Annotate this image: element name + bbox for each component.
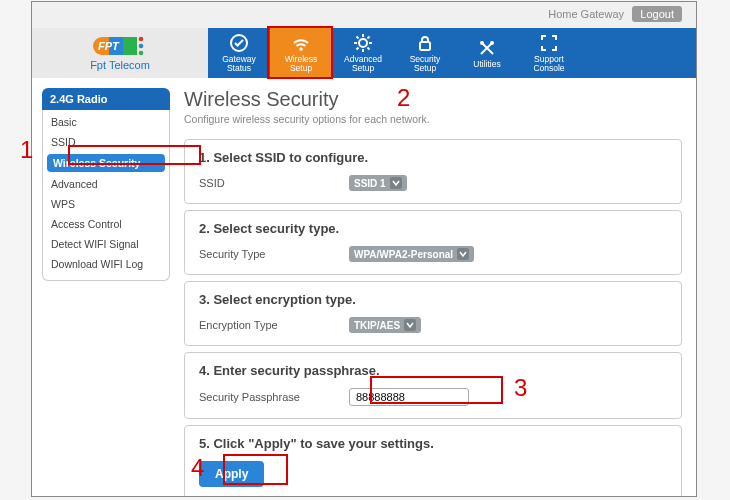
- nav-wireless-setup[interactable]: WirelessSetup: [270, 28, 332, 78]
- chevron-down-icon: [457, 248, 469, 260]
- section-title: 4. Enter security passphrase.: [199, 363, 667, 378]
- sidebar-item-access-control[interactable]: Access Control: [43, 214, 169, 234]
- header-banner: FPT Fpt Telecom GatewayStatus WirelessSe…: [32, 28, 696, 78]
- svg-line-15: [357, 37, 359, 39]
- nav-label: SupportConsole: [533, 55, 564, 73]
- svg-point-5: [139, 37, 144, 42]
- security-type-select[interactable]: WPA/WPA2-Personal: [349, 246, 474, 262]
- logout-button[interactable]: Logout: [632, 6, 682, 22]
- topbar: Home Gateway Logout: [32, 2, 696, 28]
- check-circle-icon: [229, 33, 249, 53]
- ssid-value: SSID 1: [354, 178, 386, 189]
- section-apply: 5. Click "Apply" to save your settings. …: [184, 425, 682, 497]
- passphrase-input[interactable]: [349, 388, 469, 406]
- nav-label: AdvancedSetup: [344, 55, 382, 73]
- passphrase-label: Security Passphrase: [199, 391, 349, 403]
- nav-gateway-status[interactable]: GatewayStatus: [208, 28, 270, 78]
- encryption-type-select[interactable]: TKIP/AES: [349, 317, 421, 333]
- svg-point-23: [490, 41, 494, 45]
- gear-icon: [353, 33, 373, 53]
- nav-label: SecuritySetup: [410, 55, 441, 73]
- sidebar-item-ssid[interactable]: SSID: [43, 132, 169, 152]
- section-passphrase: 4. Enter security passphrase. Security P…: [184, 352, 682, 419]
- fullscreen-icon: [539, 33, 559, 53]
- svg-rect-19: [420, 42, 430, 50]
- encryption-type-value: TKIP/AES: [354, 320, 400, 331]
- sidebar-item-wireless-security[interactable]: Wireless Security: [47, 154, 165, 172]
- encryption-type-label: Encryption Type: [199, 319, 349, 331]
- sidebar-body: Basic SSID Wireless Security Advanced WP…: [42, 110, 170, 281]
- nav-security-setup[interactable]: SecuritySetup: [394, 28, 456, 78]
- lock-icon: [415, 33, 435, 53]
- brand-text: Fpt Telecom: [90, 59, 150, 71]
- svg-line-16: [368, 48, 370, 50]
- security-type-value: WPA/WPA2-Personal: [354, 249, 453, 260]
- section-ssid: 1. Select SSID to configure. SSID SSID 1: [184, 139, 682, 204]
- app-frame: Home Gateway Logout FPT Fpt Telecom: [31, 1, 697, 497]
- sidebar-item-wps[interactable]: WPS: [43, 194, 169, 214]
- sections: 1. Select SSID to configure. SSID SSID 1…: [184, 139, 682, 497]
- ssid-label: SSID: [199, 177, 349, 189]
- svg-point-7: [139, 51, 144, 56]
- sidebar-item-basic[interactable]: Basic: [43, 112, 169, 132]
- section-title: 2. Select security type.: [199, 221, 667, 236]
- svg-line-17: [368, 37, 370, 39]
- nav-advanced-setup[interactable]: AdvancedSetup: [332, 28, 394, 78]
- chevron-down-icon: [404, 319, 416, 331]
- logo-area: FPT Fpt Telecom: [32, 28, 208, 78]
- main-panel: Wireless Security Configure wireless sec…: [184, 88, 682, 497]
- sidebar-heading: 2.4G Radio: [42, 88, 170, 110]
- home-gateway-link[interactable]: Home Gateway: [548, 8, 624, 20]
- ssid-select[interactable]: SSID 1: [349, 175, 407, 191]
- svg-point-9: [299, 47, 303, 51]
- section-title: 5. Click "Apply" to save your settings.: [199, 436, 667, 451]
- svg-rect-3: [123, 37, 137, 55]
- main-nav: GatewayStatus WirelessSetup AdvancedSetu…: [208, 28, 696, 78]
- svg-point-22: [480, 41, 484, 45]
- wifi-icon: [291, 33, 311, 53]
- svg-line-18: [357, 48, 359, 50]
- section-encryption: 3. Select encryption type. Encryption Ty…: [184, 281, 682, 346]
- chevron-down-icon: [390, 177, 402, 189]
- sidebar-item-download-log[interactable]: Download WIFI Log: [43, 254, 169, 274]
- security-type-label: Security Type: [199, 248, 349, 260]
- nav-utilities[interactable]: Utilities: [456, 28, 518, 78]
- nav-label: GatewayStatus: [222, 55, 256, 73]
- svg-text:FPT: FPT: [98, 40, 120, 52]
- nav-support-console[interactable]: SupportConsole: [518, 28, 580, 78]
- nav-label: WirelessSetup: [285, 55, 318, 73]
- section-title: 1. Select SSID to configure.: [199, 150, 667, 165]
- content-area: 2.4G Radio Basic SSID Wireless Security …: [32, 78, 696, 497]
- sidebar: 2.4G Radio Basic SSID Wireless Security …: [42, 88, 170, 497]
- page-title: Wireless Security: [184, 88, 682, 111]
- section-title: 3. Select encryption type.: [199, 292, 667, 307]
- fpt-logo-icon: FPT: [93, 35, 147, 57]
- nav-label: Utilities: [473, 60, 500, 69]
- section-security-type: 2. Select security type. Security Type W…: [184, 210, 682, 275]
- sidebar-item-advanced[interactable]: Advanced: [43, 174, 169, 194]
- page-subtitle: Configure wireless security options for …: [184, 113, 682, 125]
- svg-point-6: [139, 44, 144, 49]
- tools-icon: [477, 38, 497, 58]
- sidebar-item-detect-wifi[interactable]: Detect WIFI Signal: [43, 234, 169, 254]
- svg-point-10: [359, 39, 367, 47]
- apply-button[interactable]: Apply: [199, 461, 264, 487]
